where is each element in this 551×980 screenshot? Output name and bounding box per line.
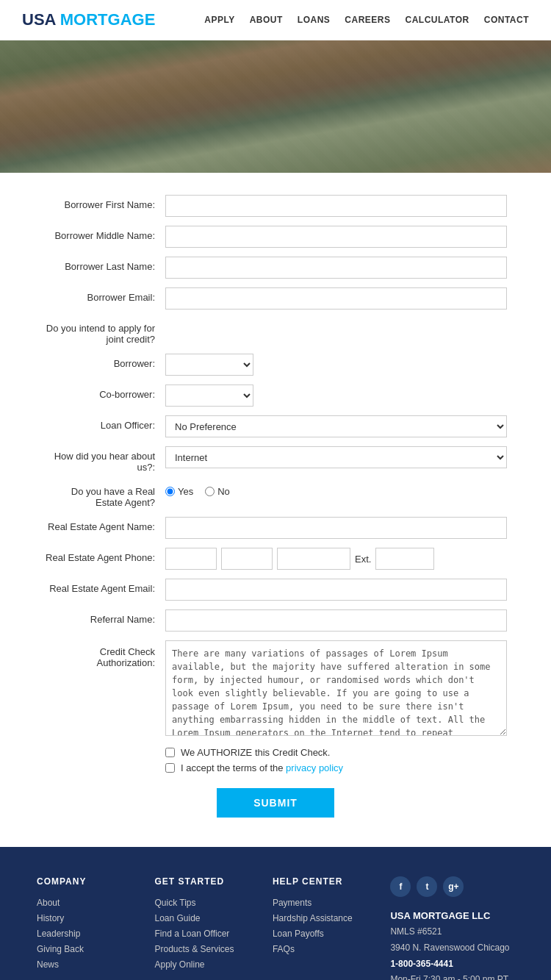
footer-help-center-col: HELP CENTER Payments Hardship Assistance… — [273, 876, 375, 980]
footer-link-faqs[interactable]: FAQs — [273, 944, 295, 954]
borrower-middle-name-input[interactable] — [165, 226, 507, 248]
footer-get-started-col: GET STARTED Quick Tips Loan Guide Find a… — [154, 876, 257, 980]
footer-link-news[interactable]: News — [37, 959, 59, 970]
borrower-first-name-row: Borrower First Name: — [44, 195, 507, 217]
borrower-middle-name-row: Borrower Middle Name: — [44, 226, 507, 248]
application-form: Borrower First Name: Borrower Middle Nam… — [0, 173, 551, 847]
borrower-last-name-row: Borrower Last Name: — [44, 257, 507, 279]
footer-help-center-title: HELP CENTER — [273, 876, 375, 887]
footer-link-apply-online[interactable]: Apply Online — [154, 959, 204, 970]
twitter-icon[interactable]: t — [417, 876, 437, 897]
real-estate-no-radio[interactable] — [205, 487, 215, 496]
nav-careers[interactable]: CAREERS — [345, 15, 390, 25]
loan-officer-label: Loan Officer: — [44, 415, 165, 431]
real-estate-phone-row: Real Estate Agent Phone: Ext. — [44, 548, 507, 570]
logo-usa: USA — [22, 10, 56, 29]
nav-loans[interactable]: LOANS — [298, 15, 331, 25]
footer-help-center-links: Payments Hardship Assistance Loan Payoff… — [273, 897, 375, 954]
header: USA MORTGAGE APPLY ABOUT LOANS CAREERS C… — [0, 0, 551, 40]
phone-group: Ext. — [165, 548, 507, 570]
real-estate-name-row: Real Estate Agent Name: — [44, 517, 507, 539]
submit-button[interactable]: SUBMIT — [217, 788, 334, 818]
hear-about-row: How did you hear about us?: Internet — [44, 446, 507, 473]
footer-link-hardship[interactable]: Hardship Assistance — [273, 913, 353, 923]
credit-check-label: Credit Check Authorization: — [44, 640, 165, 668]
footer-link-find-loan-officer[interactable]: Find a Loan Officer — [154, 929, 229, 939]
social-icons: f t g+ — [390, 876, 514, 897]
footer-link-about[interactable]: About — [37, 898, 60, 908]
real-estate-email-label: Real Estate Agent Email: — [44, 579, 165, 594]
coborrower-select[interactable] — [165, 385, 253, 407]
authorize-checkbox[interactable] — [165, 748, 175, 757]
borrower-first-name-input[interactable] — [165, 195, 507, 217]
borrower-select-label: Borrower: — [44, 354, 165, 369]
authorize-label[interactable]: We AUTHORIZE this Credit Check. — [165, 747, 507, 758]
privacy-policy-link[interactable]: privacy policy — [286, 762, 343, 773]
nav-contact[interactable]: CONTACT — [484, 15, 529, 25]
borrower-last-name-input[interactable] — [165, 257, 507, 279]
footer-link-history[interactable]: History — [37, 913, 64, 923]
company-name: USA MORTGAGE LLC — [390, 907, 514, 924]
footer-grid: COMPANY About History Leadership Giving … — [37, 876, 514, 980]
loan-officer-select[interactable]: No Preference — [165, 415, 507, 437]
borrower-first-name-label: Borrower First Name: — [44, 195, 165, 210]
footer: COMPANY About History Leadership Giving … — [0, 847, 551, 980]
footer-company-title: COMPANY — [37, 876, 140, 887]
credit-check-textarea[interactable]: There are many variations of passages of… — [165, 640, 507, 736]
joint-credit-row: Do you intend to apply for joint credit? — [44, 318, 507, 345]
company-hours: Mon-Fri 7:30 am - 5:00 pm PT — [390, 972, 514, 980]
real-estate-yes-radio[interactable] — [165, 487, 175, 496]
hear-about-select[interactable]: Internet — [165, 446, 507, 468]
nav-about[interactable]: ABOUT — [250, 15, 283, 25]
company-address: 3940 N. Ravenswood Chicago — [390, 940, 514, 956]
referral-name-input[interactable] — [165, 609, 507, 632]
real-estate-name-input[interactable] — [165, 517, 507, 539]
footer-get-started-title: GET STARTED — [154, 876, 257, 887]
facebook-icon[interactable]: f — [390, 876, 411, 897]
phone-area-input[interactable] — [165, 548, 217, 570]
phone-line-input[interactable] — [277, 548, 350, 570]
coborrower-select-label: Co-borrower: — [44, 385, 165, 400]
logo-mortgage: MORTGAGE — [60, 10, 156, 29]
joint-credit-label: Do you intend to apply for joint credit? — [44, 318, 165, 345]
company-info: USA MORTGAGE LLC NMLS #6521 3940 N. Rave… — [390, 907, 514, 980]
main-nav: APPLY ABOUT LOANS CAREERS CALCULATOR CON… — [204, 15, 529, 25]
ext-label: Ext. — [355, 554, 371, 565]
hero-image — [0, 40, 551, 173]
real-estate-email-row: Real Estate Agent Email: — [44, 579, 507, 601]
company-phone: 1-800-365-4441 — [390, 956, 514, 973]
real-estate-yes-label[interactable]: Yes — [165, 486, 193, 497]
footer-link-products-services[interactable]: Products & Services — [154, 944, 234, 954]
authorize-checkbox-group: We AUTHORIZE this Credit Check. I accept… — [165, 747, 507, 773]
real-estate-email-input[interactable] — [165, 579, 507, 601]
borrower-email-input[interactable] — [165, 287, 507, 310]
borrower-middle-name-label: Borrower Middle Name: — [44, 226, 165, 241]
footer-link-giving-back[interactable]: Giving Back — [37, 944, 84, 954]
borrower-email-row: Borrower Email: — [44, 287, 507, 310]
borrower-select[interactable] — [165, 354, 253, 376]
footer-link-quick-tips[interactable]: Quick Tips — [154, 898, 195, 908]
referral-name-label: Referral Name: — [44, 609, 165, 625]
footer-contact-col: f t g+ USA MORTGAGE LLC NMLS #6521 3940 … — [390, 876, 514, 980]
nav-apply[interactable]: APPLY — [204, 15, 234, 25]
terms-checkbox[interactable] — [165, 763, 175, 773]
referral-name-row: Referral Name: — [44, 609, 507, 632]
footer-company-col: COMPANY About History Leadership Giving … — [37, 876, 140, 980]
real-estate-phone-label: Real Estate Agent Phone: — [44, 548, 165, 563]
nav-calculator[interactable]: CALCULATOR — [406, 15, 469, 25]
footer-link-payments[interactable]: Payments — [273, 898, 311, 908]
borrower-select-row: Borrower: — [44, 354, 507, 376]
phone-prefix-input[interactable] — [221, 548, 273, 570]
real-estate-agent-label: Do you have a Real Estate Agent? — [44, 482, 165, 508]
borrower-email-label: Borrower Email: — [44, 287, 165, 303]
footer-link-loan-guide[interactable]: Loan Guide — [154, 913, 200, 923]
footer-get-started-links: Quick Tips Loan Guide Find a Loan Office… — [154, 897, 257, 970]
company-nmls: NMLS #6521 — [390, 924, 514, 940]
footer-link-loan-payoffs[interactable]: Loan Payoffs — [273, 929, 324, 939]
google-plus-icon[interactable]: g+ — [443, 876, 464, 897]
footer-company-links: About History Leadership Giving Back New… — [37, 897, 140, 970]
footer-link-leadership[interactable]: Leadership — [37, 929, 80, 939]
real-estate-no-label[interactable]: No — [205, 486, 230, 497]
terms-label[interactable]: I accept the terms of the privacy policy — [165, 762, 507, 773]
phone-ext-input[interactable] — [375, 548, 434, 570]
